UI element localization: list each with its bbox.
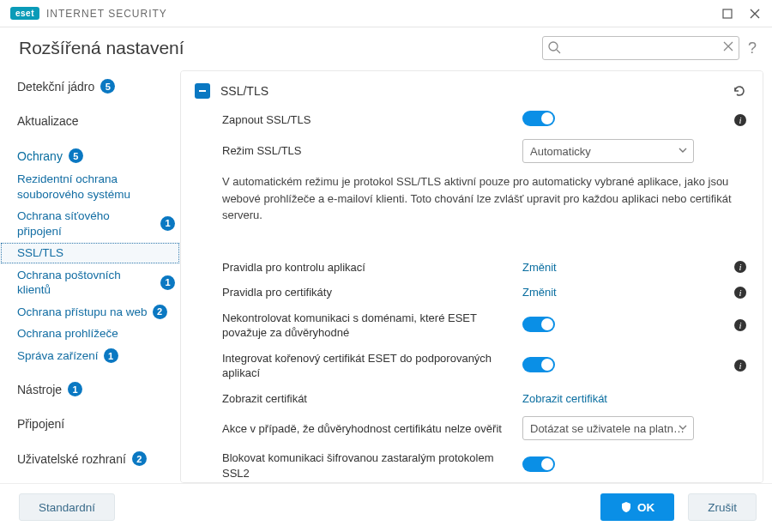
- sidebar-item-device-mgmt[interactable]: Správa zařízení 1: [0, 345, 180, 367]
- info-icon[interactable]: i: [733, 359, 747, 372]
- sidebar-item-label: SSL/TLS: [17, 245, 63, 261]
- link-show-cert[interactable]: Zobrazit certifikát: [522, 392, 607, 405]
- sidebar-item-update[interactable]: Aktualizace: [0, 109, 180, 133]
- info-icon[interactable]: i: [733, 318, 747, 332]
- label-integrate-root: Integrovat kořenový certifikát ESET do p…: [222, 351, 514, 381]
- badge: 2: [153, 305, 167, 319]
- badge: 1: [104, 348, 118, 363]
- sidebar-item-label: Ochrana síťového připojení: [17, 209, 155, 239]
- cancel-button[interactable]: Zrušit: [688, 493, 757, 521]
- brand-badge: eset: [10, 7, 39, 20]
- row-block-ssl2: Blokovat komunikaci šifrovanou zastaralý…: [181, 445, 763, 483]
- info-icon[interactable]: i: [733, 286, 747, 299]
- select-unverified-action[interactable]: Dotázat se uživatele na platn…: [522, 416, 694, 440]
- sidebar: Detekční jádro 5 Aktualizace Ochrany 5 R…: [0, 70, 180, 483]
- sidebar-item-notifications[interactable]: Oznámení 5: [0, 481, 180, 483]
- svg-rect-2: [199, 90, 206, 92]
- label-skip-trusted: Nekontrolovat komunikaci s doménami, kte…: [222, 311, 514, 341]
- app-logo: eset INTERNET SECURITY: [10, 7, 167, 20]
- label-mode: Režim SSL/TLS: [222, 143, 514, 159]
- row-show-cert: Zobrazit certifikát Zobrazit certifikát: [181, 386, 763, 412]
- toggle-block-ssl2[interactable]: [522, 456, 555, 472]
- mode-description: V automatickém režimu je protokol SSL/TL…: [181, 168, 763, 233]
- sidebar-item-realtime-fs[interactable]: Rezidentní ochrana souborového systému: [0, 168, 180, 205]
- sidebar-item-label: Nástroje: [17, 383, 62, 396]
- badge: 1: [160, 216, 175, 231]
- close-icon[interactable]: [750, 9, 763, 19]
- section-title: SSL/TLS: [220, 84, 268, 98]
- info-icon[interactable]: i: [733, 260, 747, 274]
- row-unverified: Akce v případě, že důvěryhodnost certifi…: [181, 411, 763, 445]
- svg-rect-0: [723, 9, 732, 18]
- ok-button[interactable]: OK: [600, 493, 674, 521]
- sidebar-item-tools[interactable]: Nástroje 1: [0, 377, 180, 402]
- button-label: OK: [637, 501, 654, 514]
- sidebar-item-network[interactable]: Ochrana síťového připojení 1: [0, 205, 180, 242]
- sidebar-item-protections[interactable]: Ochrany 5: [0, 143, 180, 168]
- default-button[interactable]: Standardní: [19, 493, 115, 521]
- sidebar-item-label: Ochrana poštovních klientů: [17, 268, 155, 298]
- row-app-rules: Pravidla pro kontrolu aplikací Změnit i: [181, 255, 763, 281]
- product-name: INTERNET SECURITY: [46, 8, 167, 20]
- sidebar-item-label: Uživatelské rozhraní: [17, 452, 126, 466]
- sidebar-item-connection[interactable]: Připojení: [0, 412, 180, 436]
- sidebar-item-mail[interactable]: Ochrana poštovních klientů 1: [0, 264, 180, 301]
- sidebar-item-label: Detekční jádro: [17, 80, 94, 94]
- button-label: Zrušit: [708, 501, 737, 514]
- select-mode[interactable]: Automaticky: [522, 139, 694, 163]
- header-row: Rozšířená nastavení ?: [0, 27, 772, 70]
- maximize-icon[interactable]: [722, 9, 736, 19]
- svg-text:i: i: [739, 115, 741, 125]
- clear-search-icon[interactable]: [722, 40, 734, 52]
- sidebar-item-web-access[interactable]: Ochrana přístupu na web 2: [0, 301, 180, 323]
- sidebar-item-browser[interactable]: Ochrana prohlížeče: [0, 323, 180, 345]
- label-block-ssl2: Blokovat komunikaci šifrovanou zastaralý…: [222, 450, 514, 481]
- svg-text:i: i: [739, 320, 741, 330]
- toggle-enable-ssltls[interactable]: [522, 111, 555, 126]
- link-app-rules-edit[interactable]: Změnit: [522, 261, 557, 274]
- sidebar-item-label: Ochrany: [17, 149, 63, 163]
- sidebar-item-detection-core[interactable]: Detekční jádro 5: [0, 74, 180, 99]
- row-integrate-root: Integrovat kořenový certifikát ESET do p…: [181, 346, 763, 386]
- sidebar-item-label: Rezidentní ochrana souborového systému: [17, 172, 175, 202]
- sidebar-item-label: Správa zařízení: [17, 348, 99, 364]
- label-app-rules: Pravidla pro kontrolu aplikací: [222, 260, 514, 275]
- row-skip-trusted: Nekontrolovat komunikaci s doménami, kte…: [181, 305, 763, 346]
- svg-text:i: i: [739, 287, 741, 298]
- badge: 1: [160, 275, 175, 290]
- collapse-icon[interactable]: [195, 83, 210, 99]
- sidebar-item-ui[interactable]: Uživatelské rozhraní 2: [0, 446, 180, 471]
- row-enable-ssltls: Zapnout SSL/TLS i: [181, 106, 763, 134]
- page-title: Rozšířená nastavení: [19, 38, 184, 58]
- button-label: Standardní: [39, 501, 95, 514]
- svg-text:i: i: [739, 360, 741, 371]
- label-show-cert: Zobrazit certifikát: [222, 391, 514, 407]
- undo-icon[interactable]: [732, 83, 747, 99]
- search-area: ?: [542, 36, 757, 60]
- svg-point-1: [549, 42, 558, 51]
- search-input[interactable]: [542, 36, 739, 60]
- shield-icon: [620, 501, 632, 513]
- row-mode: Režim SSL/TLS Automaticky: [181, 134, 763, 168]
- sidebar-item-ssltls[interactable]: SSL/TLS: [0, 242, 180, 264]
- badge: 5: [69, 148, 83, 163]
- svg-text:i: i: [739, 262, 741, 272]
- chevron-down-icon: [678, 145, 688, 155]
- help-icon[interactable]: ?: [748, 39, 757, 57]
- info-icon[interactable]: i: [733, 113, 747, 127]
- toggle-integrate-root[interactable]: [522, 357, 555, 372]
- row-cert-rules: Pravidla pro certifikáty Změnit i: [181, 280, 763, 305]
- toggle-skip-trusted[interactable]: [522, 317, 555, 332]
- link-cert-rules-edit[interactable]: Změnit: [522, 286, 557, 299]
- label-cert-rules: Pravidla pro certifikáty: [222, 285, 514, 300]
- chevron-down-icon: [678, 422, 688, 432]
- section-header: SSL/TLS: [181, 71, 763, 106]
- badge: 2: [132, 451, 147, 466]
- sidebar-item-label: Připojení: [17, 417, 64, 431]
- select-value: Automaticky: [530, 145, 591, 158]
- footer: Standardní OK Zrušit: [0, 483, 772, 530]
- badge: 5: [100, 79, 115, 94]
- sidebar-item-label: Ochrana prohlížeče: [17, 326, 118, 342]
- search-icon: [547, 40, 561, 54]
- content-panel: SSL/TLS Zapnout SSL/TLS i Režim SSL/TLS …: [180, 70, 763, 483]
